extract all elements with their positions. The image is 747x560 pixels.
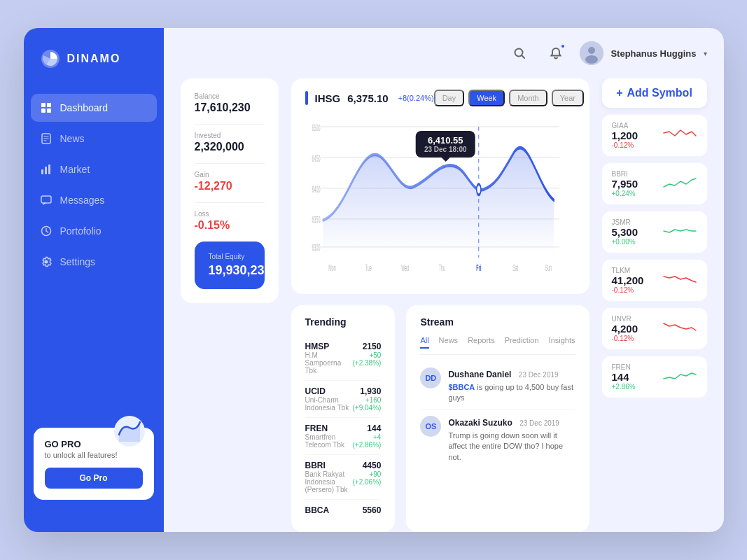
- pro-banner: GO PRO to unlock all features! Go Pro: [34, 428, 154, 500]
- stream-text-1: $BBCA is going up to 4,500 buy fast guys: [448, 382, 575, 404]
- ticker-bbca: BBCA: [305, 505, 330, 515]
- divider1: [195, 124, 265, 125]
- loss-stat: Loss -0.15%: [195, 210, 265, 232]
- price-bbri: 4450: [353, 461, 382, 470]
- sidebar-item-dashboard[interactable]: Dashboard: [31, 94, 157, 122]
- stats-card: Balance 17,610,230 Invested 2,320,000 Ga…: [181, 78, 279, 303]
- ticker-price-bbri: 7,950: [612, 178, 638, 190]
- ticker-change-unvr: -0.12%: [612, 335, 638, 342]
- chart-header: IHSG 6,375.10 +8(0.24%) Day Week Month Y…: [305, 90, 575, 106]
- stock-card-bbri: BBRI 7,950 +0.24%: [602, 163, 707, 204]
- tab-year[interactable]: Year: [552, 90, 584, 106]
- stream-content-1: Dushane Daniel 23 Dec 2019 $BBCA is goin…: [448, 368, 575, 404]
- price-fren: 144: [353, 424, 382, 433]
- tab-day[interactable]: Day: [434, 90, 465, 106]
- change-bbri: +90 (+2.06%): [353, 470, 382, 486]
- stream-text-2: Trump is going down soon will it affect …: [448, 430, 575, 463]
- user-name: Stephanus Huggins: [610, 48, 696, 59]
- go-pro-button[interactable]: Go Pro: [45, 468, 143, 489]
- trending-card: Trending HMSP H.M Sampoerna Tbk 2150 +50…: [291, 305, 396, 532]
- svg-rect-10: [45, 167, 47, 174]
- file-icon: [41, 133, 52, 144]
- tab-week[interactable]: Week: [468, 90, 505, 106]
- app-container: DINAMO Dashboard: [24, 28, 724, 532]
- table-row: HMSP H.M Sampoerna Tbk 2150 +50 (+2.38%): [305, 336, 382, 381]
- sidebar-item-news[interactable]: News: [24, 125, 164, 153]
- tab-news[interactable]: News: [439, 336, 459, 349]
- svg-text:Thu: Thu: [438, 262, 445, 272]
- gear-icon: [41, 256, 52, 267]
- ticker-name-tlkm: TLKM: [612, 267, 644, 274]
- bottom-row: Trending HMSP H.M Sampoerna Tbk 2150 +50…: [291, 305, 589, 532]
- svg-point-18: [585, 55, 598, 64]
- table-row: BBRI Bank Rakyat Indonesia (Persero) Tbk…: [305, 455, 382, 500]
- chart-area: 6500 6450 6400 6350 6300 Mon Tue: [305, 113, 575, 287]
- center-column: IHSG 6,375.10 +8(0.24%) Day Week Month Y…: [291, 78, 589, 532]
- notification-bell[interactable]: [543, 41, 568, 66]
- svg-rect-9: [41, 169, 43, 174]
- equity-card: Total Equity 19,930,230: [195, 241, 265, 289]
- invested-value: 2,320,000: [195, 141, 265, 153]
- stock-card-giaa: GIAA 1,200 -0.12%: [602, 115, 707, 156]
- equity-label: Total Equity: [209, 253, 251, 260]
- svg-point-17: [588, 47, 595, 54]
- table-row: BBCA 5560: [305, 500, 382, 521]
- pro-subtitle: to unlock all features!: [45, 451, 143, 459]
- list-item: DD Dushane Daniel 23 Dec 2019 $BBCA is g…: [420, 362, 575, 410]
- tab-reports[interactable]: Reports: [468, 336, 495, 349]
- equity-value: 19,930,230: [209, 263, 251, 278]
- ticker-price-unvr: 4,200: [612, 323, 638, 335]
- change-hmsp: +50 (+2.38%): [351, 351, 381, 367]
- tab-insights[interactable]: Insights: [549, 336, 575, 349]
- ticker-ucid: UCID: [305, 386, 353, 396]
- stats-column: Balance 17,610,230 Invested 2,320,000 Ga…: [181, 78, 279, 532]
- svg-text:6500: 6500: [312, 122, 320, 132]
- chart-tooltip: 6,410.55 23 Dec 18:00: [416, 131, 475, 162]
- tooltip-arrow: [441, 158, 449, 162]
- svg-text:6300: 6300: [312, 243, 320, 253]
- ticker-price-fren: 144: [612, 371, 636, 383]
- gain-value: -12,270: [195, 180, 265, 192]
- nav-items: Dashboard News: [24, 94, 164, 416]
- user-info[interactable]: Stephanus Huggins ▾: [580, 41, 706, 65]
- price-ucid: 1,930: [353, 386, 382, 396]
- chart-tabs: Day Week Month Year: [434, 90, 584, 106]
- chart-price: 6,375.10: [347, 92, 388, 104]
- list-item: OS Okazaki Suzuko 23 Dec 2019 Trump is g…: [420, 410, 575, 468]
- stream-avatar-2: OS: [420, 416, 441, 437]
- change-ucid: +160 (+9.04%): [353, 396, 382, 412]
- search-icon[interactable]: [507, 41, 532, 66]
- sidebar-item-portfolio[interactable]: Portofolio: [24, 217, 164, 245]
- stream-tabs: All News Reports Prediction Insights: [420, 336, 575, 355]
- svg-text:6450: 6450: [312, 153, 320, 163]
- sidebar-item-messages[interactable]: Messages: [24, 186, 164, 214]
- sidebar-label-settings: Settings: [60, 256, 96, 267]
- sidebar-label-news: News: [60, 133, 85, 144]
- svg-text:Fri: Fri: [476, 262, 481, 272]
- logo-text: DINAMO: [67, 52, 121, 65]
- gain-stat: Gain -12,270: [195, 171, 265, 192]
- stock-card-tlkm: TLKM 41,200 -0.12%: [602, 260, 707, 301]
- chart-title: IHSG 6,375.10 +8(0.24%): [305, 91, 434, 105]
- divider2: [195, 163, 265, 164]
- stream-title: Stream: [420, 316, 575, 328]
- loss-label: Loss: [195, 210, 265, 218]
- sidebar-item-market[interactable]: Market: [24, 155, 164, 183]
- chart-change: +8(0.24%): [398, 94, 434, 102]
- sidebar-item-settings[interactable]: Settings: [24, 248, 164, 276]
- svg-text:Mon: Mon: [328, 262, 336, 272]
- trending-title: Trending: [305, 316, 382, 328]
- tab-month[interactable]: Month: [509, 90, 547, 106]
- ticker-bbri: BBRI: [305, 461, 353, 470]
- logo-icon: [41, 49, 60, 69]
- ticker-name-fren: FREN: [612, 363, 636, 371]
- tab-all[interactable]: All: [420, 336, 428, 349]
- sidebar-label-portfolio: Portofolio: [60, 225, 102, 237]
- ticker-name-bbri: BBRI: [612, 170, 638, 178]
- dashboard-grid: Balance 17,610,230 Invested 2,320,000 Ga…: [164, 78, 724, 532]
- ticker-change-bbri: +0.24%: [612, 190, 638, 197]
- grid-icon: [41, 102, 52, 113]
- price-hmsp: 2150: [351, 342, 381, 351]
- tab-prediction[interactable]: Prediction: [505, 336, 539, 349]
- add-symbol-button[interactable]: + Add Symbol: [602, 78, 707, 108]
